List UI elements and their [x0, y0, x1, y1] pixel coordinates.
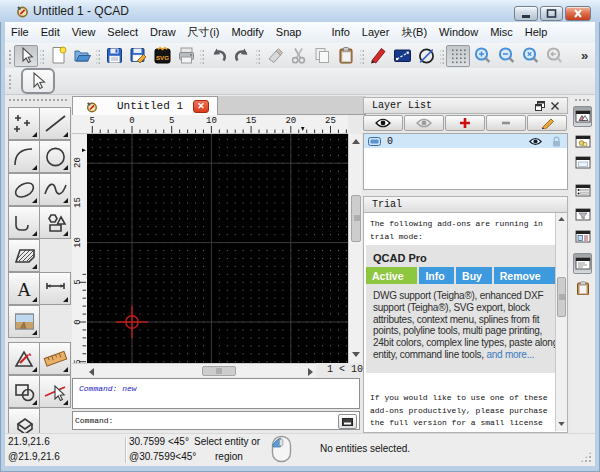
- delete-button[interactable]: [262, 45, 286, 67]
- palette-drag-handle[interactable]: [8, 98, 67, 102]
- layer-row[interactable]: 0: [364, 134, 567, 148]
- menu-b[interactable]: 块(B): [395, 22, 433, 43]
- zoom-out-button[interactable]: [494, 45, 518, 67]
- cut-button[interactable]: [286, 45, 310, 67]
- menu-file[interactable]: File: [5, 22, 35, 43]
- save-button[interactable]: [102, 45, 126, 67]
- open-file-button[interactable]: [70, 45, 94, 67]
- float-panel-icon[interactable]: [535, 101, 545, 111]
- circle-tool-button[interactable]: [39, 140, 71, 173]
- close-button[interactable]: [565, 6, 591, 21]
- toggle-layer-list-button[interactable]: [573, 106, 592, 127]
- command-line[interactable]: Command:: [72, 411, 360, 430]
- hatch-tool-button[interactable]: [8, 239, 40, 272]
- image-tool-button[interactable]: [8, 305, 40, 338]
- menu-view[interactable]: View: [66, 22, 102, 43]
- edit-layer-button[interactable]: [527, 115, 567, 131]
- toolbar-drag-handle[interactable]: [7, 48, 11, 64]
- new-file-button[interactable]: [46, 45, 70, 67]
- drawing-canvas[interactable]: [87, 134, 348, 363]
- menu-info[interactable]: Info: [326, 22, 356, 43]
- line-tool-button[interactable]: [39, 107, 71, 140]
- addon-buy-button[interactable]: Buy: [456, 267, 492, 284]
- toggle-command-options-button[interactable]: [573, 182, 592, 199]
- toggle-property-editor-button[interactable]: [573, 154, 592, 171]
- draft-mode-button[interactable]: [414, 45, 438, 67]
- selection-rectangle-button[interactable]: [390, 45, 414, 67]
- arc-tool-button[interactable]: [8, 140, 40, 173]
- addon-active-button[interactable]: Active: [366, 267, 417, 284]
- reset-pointer-button[interactable]: [14, 45, 38, 67]
- toggle-command-line-button[interactable]: [573, 253, 592, 274]
- toggle-block-list-button[interactable]: [573, 133, 592, 150]
- layer-lock-icon[interactable]: [552, 136, 561, 147]
- svg-export-button[interactable]: SVG: [150, 45, 174, 67]
- scroll-right-arrow[interactable]: [308, 368, 313, 376]
- command-history[interactable]: Command: new: [72, 378, 360, 409]
- current-action-arrow-button[interactable]: [21, 68, 55, 94]
- scroll-up-arrow[interactable]: [352, 139, 360, 144]
- canvas-vertical-scrollbar[interactable]: [348, 134, 362, 363]
- auto-zoom-button[interactable]: [518, 45, 542, 67]
- addon-remove-button[interactable]: Remove: [494, 267, 559, 284]
- point-tool-button[interactable]: [8, 107, 40, 140]
- modify-tool-button[interactable]: [8, 342, 40, 375]
- vertical-scroll-thumb[interactable]: [351, 195, 361, 242]
- trial-scroll-down-arrow[interactable]: [558, 422, 565, 426]
- menu-window[interactable]: Window: [433, 22, 484, 43]
- toggle-library-browser-button[interactable]: [573, 228, 592, 245]
- ellipse-tool-button[interactable]: [8, 173, 40, 206]
- menu-select[interactable]: Select: [101, 22, 144, 43]
- menu-edit[interactable]: Edit: [35, 22, 66, 43]
- spline-tool-button[interactable]: [39, 173, 71, 206]
- text-tool-button[interactable]: A: [8, 272, 40, 305]
- menu-draw[interactable]: Draw: [144, 22, 182, 43]
- trial-scroll-up-arrow[interactable]: [558, 217, 565, 221]
- property-editor-button[interactable]: [366, 45, 390, 67]
- trial-scrollbar[interactable]: [555, 213, 567, 431]
- horizontal-scroll-thumb[interactable]: [202, 366, 236, 376]
- show-all-layers-button[interactable]: [363, 115, 403, 131]
- toolbar-drag-handle[interactable]: [7, 73, 11, 89]
- measure-tool-button[interactable]: [39, 342, 71, 375]
- polyline-tool-button[interactable]: [8, 206, 40, 239]
- title-bar[interactable]: Untitled 1 - QCAD: [0, 0, 600, 22]
- hide-all-layers-button[interactable]: [404, 115, 444, 131]
- document-tab[interactable]: Untitled 1 ✕: [72, 96, 218, 115]
- maximize-button[interactable]: [540, 6, 563, 21]
- add-layer-button[interactable]: [445, 115, 485, 131]
- remove-layer-button[interactable]: [486, 115, 526, 131]
- redo-button[interactable]: [230, 45, 254, 67]
- toggle-clipboard-button[interactable]: [573, 279, 592, 296]
- resize-grip[interactable]: [580, 451, 592, 463]
- selection-tool-button[interactable]: [39, 375, 71, 408]
- strip-drag-handle[interactable]: [574, 98, 591, 102]
- and-more-link[interactable]: and more...: [486, 349, 534, 360]
- copy-button[interactable]: [310, 45, 334, 67]
- menu-help[interactable]: Help: [519, 22, 554, 43]
- layer-color-swatch[interactable]: [368, 137, 381, 146]
- viewport-tool-button[interactable]: [8, 408, 40, 433]
- layer-visible-icon[interactable]: [529, 137, 542, 146]
- grid-toggle-button[interactable]: [446, 45, 470, 67]
- close-panel-icon[interactable]: [550, 101, 560, 111]
- print-preview-button[interactable]: [174, 45, 198, 67]
- trial-scroll-thumb[interactable]: [557, 277, 566, 317]
- minimize-button[interactable]: [514, 6, 538, 21]
- tab-close-button[interactable]: ✕: [193, 100, 209, 113]
- shape-tool-button[interactable]: [39, 206, 71, 239]
- paste-button[interactable]: [334, 45, 358, 67]
- toggle-selection-filter-button[interactable]: [573, 206, 592, 223]
- dimension-tool-button[interactable]: [39, 272, 71, 305]
- addon-info-button[interactable]: Info: [419, 267, 454, 284]
- menu-layer[interactable]: Layer: [356, 22, 396, 43]
- menu-modify[interactable]: Modify: [225, 22, 269, 43]
- scroll-down-arrow[interactable]: [352, 352, 360, 357]
- undo-button[interactable]: [206, 45, 230, 67]
- menu-misc[interactable]: Misc: [484, 22, 519, 43]
- scroll-left-arrow[interactable]: [89, 368, 94, 376]
- toolbar-overflow-chevron[interactable]: »: [581, 48, 588, 63]
- command-options-button[interactable]: [338, 414, 357, 429]
- menu-snap[interactable]: Snap: [270, 22, 308, 43]
- trial-header[interactable]: Trial: [363, 196, 568, 213]
